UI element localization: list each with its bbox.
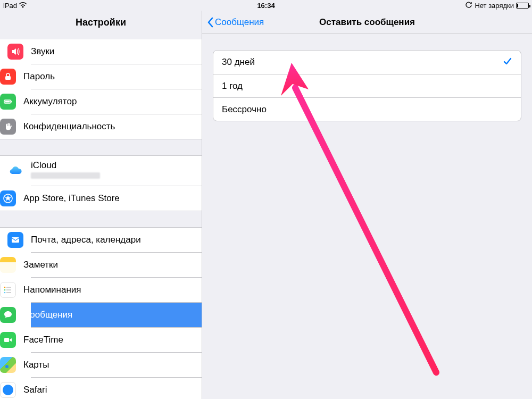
sidebar-item-maps[interactable]: Карты <box>31 352 202 377</box>
sidebar-item-label: App Store, iTunes Store <box>23 193 193 204</box>
back-button[interactable]: Сообщения <box>202 16 264 28</box>
reminders-icon <box>0 282 16 298</box>
option-1-year[interactable]: 1 год <box>213 74 521 97</box>
safari-icon <box>0 382 16 398</box>
wifi-icon <box>19 2 27 10</box>
sidebar-title: Настройки <box>0 11 202 34</box>
sidebar-item-messages[interactable]: Сообщения <box>31 302 202 327</box>
check-icon <box>503 56 512 69</box>
sidebar-item-label: Заметки <box>23 260 193 270</box>
mail-icon <box>7 232 23 248</box>
sidebar-item-icloud[interactable]: iCloud <box>0 156 202 186</box>
sounds-icon <box>7 44 23 60</box>
lock-icon <box>0 69 16 85</box>
redacted-account <box>31 172 100 179</box>
status-bar: iPad 16:34 Нет зарядки <box>0 0 532 11</box>
option-forever[interactable]: Бессрочно <box>213 97 521 121</box>
maps-icon <box>0 357 16 373</box>
svg-rect-3 <box>5 101 10 103</box>
facetime-icon <box>0 332 16 348</box>
svg-rect-2 <box>11 101 12 103</box>
sidebar-item-safari[interactable]: Safari <box>31 377 202 399</box>
sidebar-item-sounds[interactable]: Звуки <box>0 39 202 64</box>
sync-icon <box>465 1 472 10</box>
battery-icon <box>0 94 16 110</box>
sidebar-item-label: Конфиденциальность <box>23 121 193 132</box>
sidebar-item-appstore[interactable]: App Store, iTunes Store <box>31 186 202 211</box>
status-time: 16:34 <box>257 2 275 10</box>
sidebar-item-label: iCloud <box>31 160 193 181</box>
device-name: iPad <box>3 2 17 10</box>
sidebar-item-label: Аккумулятор <box>23 96 193 107</box>
detail-navbar: Сообщения Оставить сообщения <box>202 11 532 34</box>
sidebar-item-label: Звуки <box>31 46 193 57</box>
sidebar-item-label: FaceTime <box>23 335 193 345</box>
svg-point-14 <box>3 385 13 395</box>
sidebar-item-battery[interactable]: Аккумулятор <box>31 89 202 114</box>
detail-pane: Сообщения Оставить сообщения 30 дней 1 г… <box>202 11 532 399</box>
svg-point-10 <box>4 289 6 291</box>
svg-point-9 <box>4 287 6 288</box>
notes-icon <box>0 257 16 273</box>
sidebar-item-passcode[interactable]: Пароль <box>31 64 202 89</box>
cloud-icon <box>7 163 23 179</box>
sidebar-item-label: Карты <box>23 360 193 370</box>
option-label: Бессрочно <box>222 104 267 115</box>
sidebar-item-label: Напоминания <box>23 285 193 295</box>
appstore-icon <box>0 190 16 206</box>
battery-icon <box>516 3 529 9</box>
chevron-left-icon <box>206 16 214 28</box>
keep-messages-options: 30 дней 1 год Бессрочно <box>213 50 521 121</box>
sidebar-item-notes[interactable]: Заметки <box>31 252 202 277</box>
sidebar-item-label: Safari <box>23 385 193 395</box>
sidebar-item-reminders[interactable]: Напоминания <box>31 277 202 302</box>
battery-status-text: Нет зарядки <box>475 2 514 10</box>
messages-icon <box>0 307 16 323</box>
option-label: 1 год <box>222 81 243 92</box>
svg-rect-12 <box>4 338 9 342</box>
sidebar-item-label: Сообщения <box>23 310 193 320</box>
back-label: Сообщения <box>215 17 264 28</box>
svg-point-11 <box>4 292 6 294</box>
settings-sidebar: Настройки Звуки Пароль <box>0 11 202 399</box>
sidebar-item-privacy[interactable]: Конфиденциальность <box>31 114 202 139</box>
sidebar-item-facetime[interactable]: FaceTime <box>31 327 202 352</box>
sidebar-item-mail[interactable]: Почта, адреса, календари <box>0 228 202 252</box>
svg-rect-0 <box>5 76 11 80</box>
hand-icon <box>0 119 16 135</box>
option-label: 30 дней <box>222 57 255 68</box>
sidebar-item-label: Почта, адреса, календари <box>31 235 193 245</box>
svg-point-13 <box>5 365 9 368</box>
option-30-days[interactable]: 30 дней <box>213 51 521 74</box>
sidebar-item-label: Пароль <box>23 71 193 82</box>
detail-title: Оставить сообщения <box>319 17 415 28</box>
svg-rect-5 <box>12 237 19 243</box>
